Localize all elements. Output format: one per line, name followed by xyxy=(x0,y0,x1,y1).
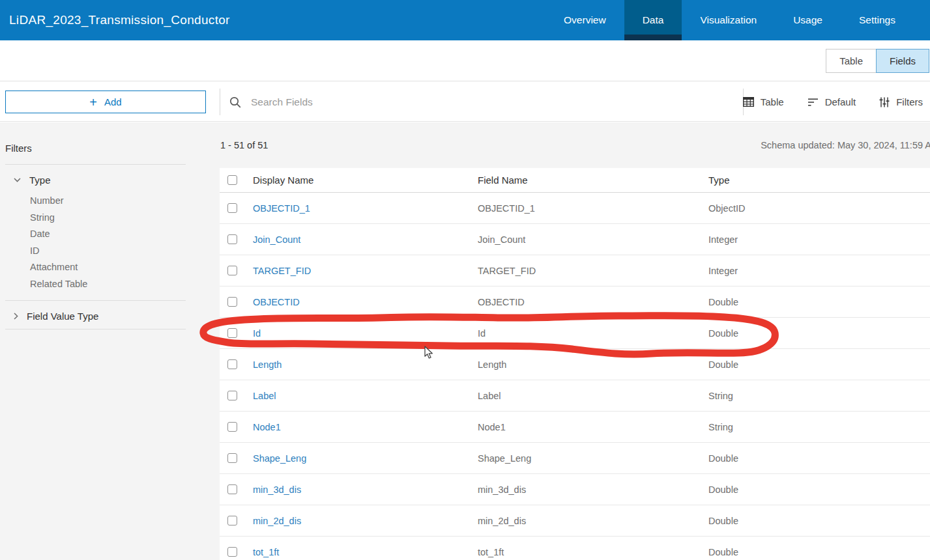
view-toggle-button[interactable]: Table xyxy=(826,49,877,73)
select-all-checkbox[interactable] xyxy=(227,175,237,185)
field-type-cell: Integer xyxy=(708,266,930,276)
type-filter-items: Number String Date ID Attachment Related… xyxy=(5,193,186,300)
filter-item[interactable]: ID xyxy=(30,243,186,260)
row-checkbox[interactable] xyxy=(227,484,237,494)
table-meta: 1 - 51 of 51 Schema updated: May 30, 202… xyxy=(220,122,930,168)
column-header-field-name: Field Name xyxy=(478,175,708,186)
filter-item[interactable]: Number xyxy=(30,193,186,210)
field-display-name-link[interactable]: OBJECTID_1 xyxy=(253,203,310,214)
field-display-name-link[interactable]: Id xyxy=(253,328,261,339)
field-display-name-link[interactable]: tot_1ft xyxy=(253,547,279,557)
field-type-cell: Double xyxy=(708,359,930,370)
filter-group-field-value-type[interactable]: Field Value Type xyxy=(5,301,186,329)
field-display-name-link[interactable]: Join_Count xyxy=(253,234,300,245)
table-row: Id Id Double xyxy=(220,318,930,349)
table-row: min_3d_dis min_3d_dis Double xyxy=(220,474,930,505)
field-type-cell: Double xyxy=(708,484,930,495)
toolbar-actions: Table Default Filters xyxy=(743,82,923,122)
filters-panel-title: Filters xyxy=(5,122,186,164)
table-fields-toggle: Table Fields xyxy=(826,49,929,73)
filters-button-label: Filters xyxy=(896,96,923,107)
row-checkbox[interactable] xyxy=(227,453,237,463)
field-type-cell: Double xyxy=(708,547,930,557)
filter-item[interactable]: Date xyxy=(30,226,186,243)
field-name-cell: min_3d_dis xyxy=(478,484,708,495)
column-header-display-name: Display Name xyxy=(253,175,478,186)
table-view-button[interactable]: Table xyxy=(743,96,784,107)
add-field-button[interactable]: + Add xyxy=(5,91,206,113)
field-name-cell: OBJECTID_1 xyxy=(478,203,708,214)
field-display-name-link[interactable]: min_2d_dis xyxy=(253,516,301,526)
field-name-cell: tot_1ft xyxy=(478,547,708,557)
field-name-cell: Id xyxy=(478,328,708,339)
table-row: OBJECTID_1 OBJECTID_1 ObjectID xyxy=(220,193,930,224)
field-display-name-link[interactable]: Label xyxy=(253,391,276,401)
row-checkbox[interactable] xyxy=(227,547,237,557)
filters-button[interactable]: Filters xyxy=(879,96,923,107)
filter-item[interactable]: Attachment xyxy=(30,259,186,276)
row-checkbox[interactable] xyxy=(227,328,237,338)
schema-updated-text: Schema updated: May 30, 2024, 11:59 AM xyxy=(761,140,930,150)
search-input[interactable] xyxy=(251,96,525,108)
subheader-bar: Table Fields xyxy=(0,40,930,81)
field-name-cell: Length xyxy=(478,359,708,370)
column-header-type: Type xyxy=(708,175,930,186)
app-header: LiDAR_2023_Transmission_Conductor Overvi… xyxy=(0,0,930,40)
chevron-down-icon xyxy=(14,178,21,182)
field-name-cell: Shape_Leng xyxy=(478,453,708,464)
default-sort-button[interactable]: Default xyxy=(807,96,856,107)
row-checkbox[interactable] xyxy=(227,203,237,213)
field-type-cell: Double xyxy=(708,453,930,464)
filter-item[interactable]: String xyxy=(30,210,186,227)
field-display-name-link[interactable]: Node1 xyxy=(253,422,281,432)
view-toggle-button[interactable]: Fields xyxy=(876,49,929,73)
default-sort-label: Default xyxy=(825,96,856,107)
filters-sidebar: Filters Type Number String Date ID Attac… xyxy=(5,122,186,329)
table-view-label: Table xyxy=(761,96,784,107)
table-row: tot_1ft tot_1ft Double xyxy=(220,537,930,560)
table-row: TARGET_FID TARGET_FID Integer xyxy=(220,255,930,287)
sidebar-divider xyxy=(5,329,186,329)
field-display-name-link[interactable]: min_3d_dis xyxy=(253,484,301,495)
row-checkbox[interactable] xyxy=(227,391,237,400)
table-row: OBJECTID OBJECTID Double xyxy=(220,287,930,318)
field-display-name-link[interactable]: Length xyxy=(253,359,282,370)
row-checkbox[interactable] xyxy=(227,266,237,275)
content-area: Filters Type Number String Date ID Attac… xyxy=(0,122,930,560)
table-row: Node1 Node1 String xyxy=(220,412,930,443)
table-grid-icon xyxy=(743,97,754,107)
row-checkbox[interactable] xyxy=(227,359,237,369)
filter-item[interactable]: Related Table xyxy=(30,276,186,293)
header-tab[interactable]: Overview xyxy=(545,0,624,40)
field-name-cell: Label xyxy=(478,391,708,401)
field-display-name-link[interactable]: Shape_Leng xyxy=(253,453,306,464)
table-row: Label Label String xyxy=(220,380,930,412)
row-checkbox[interactable] xyxy=(227,422,237,432)
filter-group-type[interactable]: Type xyxy=(5,165,186,193)
fields-table-card: Display Name Field Name Type OBJECTID_1 … xyxy=(220,168,930,560)
field-display-name-link[interactable]: TARGET_FID xyxy=(253,266,311,276)
plus-icon: + xyxy=(89,96,97,109)
header-tab[interactable]: Visualization xyxy=(682,0,775,40)
row-checkbox[interactable] xyxy=(227,516,237,525)
header-tab[interactable]: Data xyxy=(624,0,682,40)
sort-lines-icon xyxy=(807,98,819,107)
row-checkbox[interactable] xyxy=(227,234,237,244)
fields-main: 1 - 51 of 51 Schema updated: May 30, 202… xyxy=(220,122,930,560)
header-tab[interactable]: Usage xyxy=(775,0,841,40)
record-range: 1 - 51 of 51 xyxy=(220,140,268,150)
row-checkbox[interactable] xyxy=(227,297,237,307)
field-display-name-link[interactable]: OBJECTID xyxy=(253,297,300,307)
toolbar-divider xyxy=(220,89,220,115)
filter-group-label: Type xyxy=(29,175,51,186)
table-row: Join_Count Join_Count Integer xyxy=(220,224,930,255)
add-button-label: Add xyxy=(104,96,122,107)
search-icon xyxy=(229,96,241,108)
header-tab[interactable]: Settings xyxy=(841,0,914,40)
field-type-cell: String xyxy=(708,391,930,401)
header-tabs: Overview Data Visualization Usage Settin… xyxy=(545,0,930,40)
search-field-wrap xyxy=(229,82,525,122)
field-name-cell: Join_Count xyxy=(478,234,708,245)
field-type-cell: Double xyxy=(708,516,930,526)
table-row: Length Length Double xyxy=(220,349,930,380)
